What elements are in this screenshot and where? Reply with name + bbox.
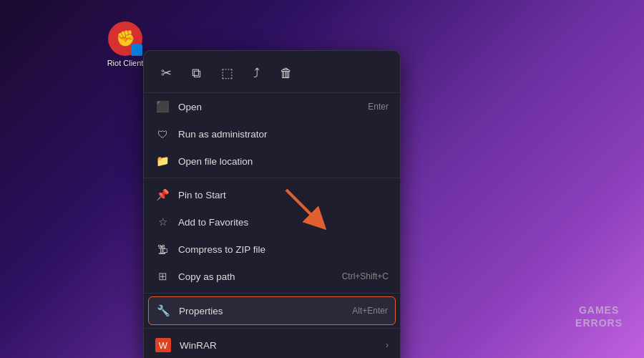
copy-icon[interactable]: ⧉ [189, 63, 204, 84]
riot-client-icon-image: ✊ ↗ [108, 21, 142, 56]
menu-open-label: Open [178, 102, 202, 112]
star-icon: ☆ [155, 215, 170, 229]
menu-open-shortcut: Enter [368, 102, 389, 112]
menu-open-location-label: Open file location [178, 156, 253, 167]
fist-icon: ✊ [116, 29, 135, 48]
desktop: ✊ ↗ Riot Client ✂ ⧉ ⬚ ⤴ 🗑 ⬛ Open Enter 🛡… [0, 0, 644, 358]
window-icon: ⬛ [155, 100, 170, 114]
menu-copy-path-shortcut: Ctrl+Shift+C [342, 271, 389, 281]
wrench-icon: 🔧 [156, 304, 170, 318]
pin-icon: 📌 [155, 188, 170, 202]
riot-client-label: Riot Client [107, 59, 144, 67]
menu-pin-start-label: Pin to Start [178, 190, 226, 200]
watermark-line1: GAMES [575, 304, 623, 316]
menu-item-compress-zip[interactable]: 🗜 Compress to ZIP file [144, 236, 400, 263]
menu-compress-zip-label: Compress to ZIP file [178, 244, 265, 255]
delete-icon[interactable]: 🗑 [277, 63, 296, 84]
menu-item-properties[interactable]: 🔧 Properties Alt+Enter [148, 296, 396, 325]
menu-divider-1 [144, 178, 400, 178]
menu-item-copy-path[interactable]: ⊞ Copy as path Ctrl+Shift+C [144, 263, 400, 290]
cut-icon[interactable]: ✂ [158, 62, 175, 84]
copy-style-icon[interactable]: ⬚ [218, 62, 236, 84]
watermark-line2: ERRORS [575, 316, 623, 329]
share-icon[interactable]: ⤴ [250, 63, 263, 84]
menu-item-pin-start[interactable]: 📌 Pin to Start [144, 181, 400, 208]
archive-icon: 🗜 [155, 242, 170, 256]
menu-run-admin-label: Run as administrator [178, 129, 268, 140]
folder-icon: 📁 [155, 154, 170, 168]
context-toolbar: ✂ ⧉ ⬚ ⤴ 🗑 [144, 57, 400, 93]
shield-icon: 🛡 [155, 127, 170, 141]
context-menu: ✂ ⧉ ⬚ ⤴ 🗑 ⬛ Open Enter 🛡 Run as administ… [143, 50, 401, 358]
menu-properties-shortcut: Alt+Enter [352, 306, 388, 316]
menu-properties-label: Properties [179, 306, 223, 316]
shortcut-arrow-icon: ↗ [132, 46, 142, 56]
menu-divider-2 [144, 293, 400, 294]
watermark: GAMES ERRORS [575, 304, 623, 329]
menu-add-favorites-label: Add to Favorites [178, 217, 248, 228]
menu-item-open-location[interactable]: 📁 Open file location [144, 147, 400, 175]
winrar-icon: W [155, 338, 171, 352]
menu-divider-3 [144, 328, 400, 329]
menu-item-open[interactable]: ⬛ Open Enter [144, 93, 400, 120]
submenu-arrow-icon: › [386, 340, 389, 350]
menu-item-winrar[interactable]: W WinRAR › [144, 332, 400, 358]
menu-copy-path-label: Copy as path [178, 271, 235, 282]
menu-winrar-label: WinRAR [180, 340, 217, 351]
menu-item-add-favorites[interactable]: ☆ Add to Favorites [144, 208, 400, 236]
copy-path-icon: ⊞ [155, 269, 170, 284]
menu-item-run-admin[interactable]: 🛡 Run as administrator [144, 120, 400, 147]
